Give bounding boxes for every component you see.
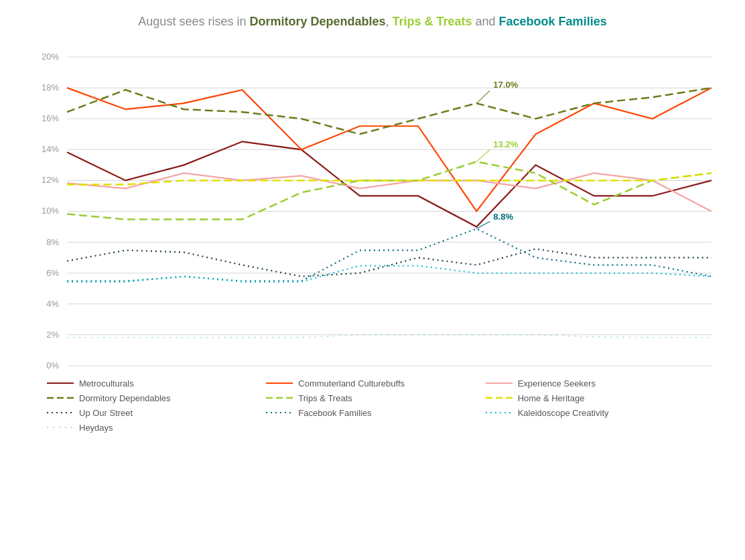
legend-upourstreet: Up Our Street [47, 407, 259, 418]
legend-line-dormitory [47, 393, 74, 403]
legend-metroculturals: Metroculturals [47, 378, 259, 389]
legend-line-upourstreet [47, 407, 74, 418]
svg-text:0%: 0% [46, 360, 59, 370]
chart-area: 20% 18% 16% 14% 12% 10% 8% 6% 4% 2% 0% J… [20, 37, 725, 372]
chart-container: August sees rises in Dormitory Dependabl… [0, 0, 745, 560]
legend-heydays: Heydays [47, 422, 259, 433]
svg-text:10%: 10% [42, 206, 59, 216]
svg-text:12%: 12% [42, 176, 59, 186]
legend-line-commuterland [266, 378, 293, 389]
legend-line-trips [266, 393, 293, 403]
svg-text:4%: 4% [46, 299, 59, 309]
svg-text:8%: 8% [46, 237, 59, 247]
legend-line-home [486, 393, 513, 403]
svg-text:2%: 2% [46, 330, 59, 340]
legend-dormitory: Dormitory Dependables [47, 393, 259, 403]
legend-experience: Experience Seekers [486, 378, 698, 389]
legend-home: Home & Heritage [486, 393, 698, 403]
svg-text:6%: 6% [46, 268, 59, 278]
svg-text:18%: 18% [42, 82, 59, 92]
legend-line-experience [486, 378, 513, 389]
chart-title: August sees rises in Dormitory Dependabl… [20, 13, 725, 30]
legend-line-metroculturals [47, 378, 74, 389]
svg-text:14%: 14% [42, 145, 59, 155]
svg-text:13.2%: 13.2% [493, 139, 518, 149]
svg-line-34 [476, 90, 490, 103]
svg-line-36 [476, 150, 490, 162]
svg-text:16%: 16% [42, 113, 59, 123]
main-svg: 20% 18% 16% 14% 12% 10% 8% 6% 4% 2% 0% J… [20, 37, 725, 372]
legend-line-heydays [47, 422, 74, 433]
legend-facebook: Facebook Families [266, 407, 478, 418]
svg-text:17.0%: 17.0% [493, 80, 518, 90]
legend-kaleidoscope: Kaleidoscope Creativity [486, 407, 698, 418]
legend-trips: Trips & Treats [266, 393, 478, 403]
legend-line-facebook [266, 407, 293, 418]
legend-line-kaleidoscope [486, 407, 513, 418]
svg-text:20%: 20% [42, 52, 59, 62]
legend-commuterland: Commuterland Culturebuffs [266, 378, 478, 389]
svg-text:8.8%: 8.8% [493, 212, 513, 222]
legend: Metroculturals Commuterland Culturebuffs… [20, 378, 725, 433]
